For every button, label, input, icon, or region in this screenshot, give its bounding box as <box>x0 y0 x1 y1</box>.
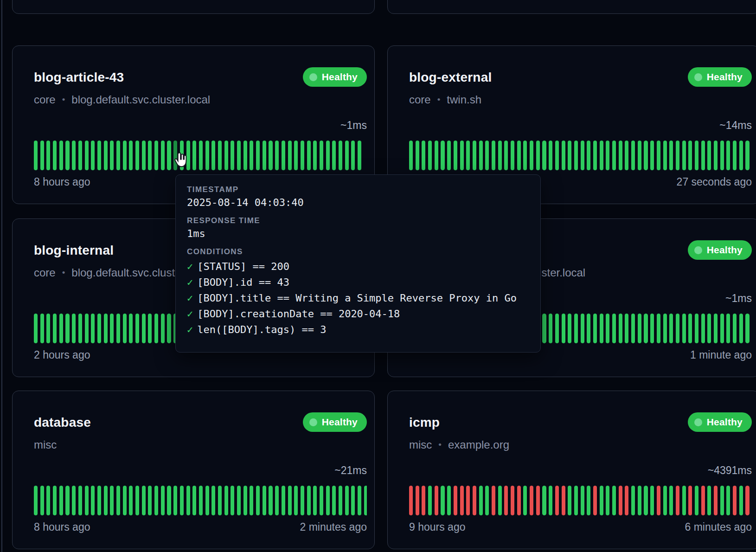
health-bar[interactable] <box>85 141 89 170</box>
health-bar[interactable] <box>600 314 603 343</box>
health-bar[interactable] <box>695 314 698 343</box>
health-bar[interactable] <box>313 141 317 170</box>
health-bar[interactable] <box>46 141 50 170</box>
health-bar[interactable] <box>173 486 177 515</box>
health-bar[interactable] <box>454 486 457 515</box>
health-bar[interactable] <box>625 141 628 170</box>
health-bar[interactable] <box>339 141 342 170</box>
health-bar[interactable] <box>714 141 718 170</box>
health-bar[interactable] <box>555 314 559 343</box>
health-bar[interactable] <box>669 141 673 170</box>
service-card[interactable]: databasemiscHealthy~21ms8 hours ago2 min… <box>12 391 375 549</box>
health-bar[interactable] <box>142 141 146 170</box>
health-bar[interactable] <box>473 141 476 170</box>
health-bar[interactable] <box>542 314 546 343</box>
health-bar[interactable] <box>473 486 476 515</box>
health-bar[interactable] <box>218 486 222 515</box>
health-bar[interactable] <box>733 141 737 170</box>
health-bar[interactable] <box>351 141 355 170</box>
health-bar[interactable] <box>104 486 108 515</box>
health-bar[interactable] <box>78 486 82 515</box>
health-bar[interactable] <box>275 486 279 515</box>
health-bar[interactable] <box>161 486 165 515</box>
health-bar[interactable] <box>313 486 317 515</box>
health-bar[interactable] <box>600 486 603 515</box>
health-bar[interactable] <box>91 141 95 170</box>
health-bar[interactable] <box>574 486 578 515</box>
health-bar[interactable] <box>530 141 533 170</box>
health-bar[interactable] <box>135 314 139 343</box>
health-bar[interactable] <box>631 314 635 343</box>
health-bar[interactable] <box>441 141 444 170</box>
health-bar[interactable] <box>428 141 432 170</box>
health-bar[interactable] <box>549 486 552 515</box>
health-bar[interactable] <box>707 314 711 343</box>
health-bar[interactable] <box>511 486 514 515</box>
health-bar[interactable] <box>587 486 590 515</box>
health-bar[interactable] <box>726 486 730 515</box>
health-bar[interactable] <box>536 141 540 170</box>
health-bar[interactable] <box>726 314 730 343</box>
health-bar[interactable] <box>587 314 590 343</box>
health-bar[interactable] <box>568 141 571 170</box>
health-bar[interactable] <box>619 486 622 515</box>
health-bar[interactable] <box>85 314 89 343</box>
health-bar[interactable] <box>269 486 272 515</box>
health-bar[interactable] <box>192 486 196 515</box>
health-bar[interactable] <box>504 141 508 170</box>
health-bar[interactable] <box>688 314 692 343</box>
health-bar[interactable] <box>676 486 679 515</box>
health-bar[interactable] <box>638 486 641 515</box>
health-bar[interactable] <box>326 486 330 515</box>
health-bar[interactable] <box>650 486 654 515</box>
health-bar[interactable] <box>269 141 272 170</box>
health-bar[interactable] <box>714 486 718 515</box>
health-bar[interactable] <box>154 486 158 515</box>
health-bar[interactable] <box>612 314 616 343</box>
health-bar[interactable] <box>568 314 571 343</box>
health-bar[interactable] <box>53 486 57 515</box>
health-bar[interactable] <box>606 141 609 170</box>
health-bar[interactable] <box>345 141 349 170</box>
health-bar[interactable] <box>435 141 438 170</box>
health-bar[interactable] <box>574 141 578 170</box>
health-bar[interactable] <box>447 141 451 170</box>
health-bar[interactable] <box>701 141 705 170</box>
health-bar[interactable] <box>638 314 641 343</box>
health-bar[interactable] <box>65 486 69 515</box>
health-bar[interactable] <box>650 141 654 170</box>
health-bar[interactable] <box>180 486 184 515</box>
health-bar[interactable] <box>104 141 108 170</box>
health-bar[interactable] <box>555 486 559 515</box>
health-bar[interactable] <box>422 486 425 515</box>
health-bar[interactable] <box>224 486 228 515</box>
health-bar[interactable] <box>612 141 616 170</box>
health-bar[interactable] <box>294 141 298 170</box>
health-bar[interactable] <box>422 141 425 170</box>
health-bar[interactable] <box>332 141 336 170</box>
health-bar[interactable] <box>492 486 495 515</box>
health-bar[interactable] <box>454 141 457 170</box>
health-bar[interactable] <box>97 141 101 170</box>
health-bar[interactable] <box>485 141 489 170</box>
health-bar[interactable] <box>720 314 724 343</box>
health-bar[interactable] <box>59 486 63 515</box>
health-bar[interactable] <box>745 141 749 170</box>
health-bar[interactable] <box>275 141 279 170</box>
health-bar[interactable] <box>688 486 692 515</box>
health-bar[interactable] <box>364 486 367 515</box>
health-bar[interactable] <box>351 486 355 515</box>
health-bar[interactable] <box>148 486 152 515</box>
health-bar[interactable] <box>536 486 540 515</box>
health-bar[interactable] <box>530 486 533 515</box>
health-bar[interactable] <box>726 141 730 170</box>
health-bar[interactable] <box>218 141 222 170</box>
health-bar[interactable] <box>574 314 578 343</box>
health-bar[interactable] <box>161 141 165 170</box>
partial-card-top-left[interactable] <box>12 0 375 14</box>
health-bar[interactable] <box>104 314 108 343</box>
health-bar[interactable] <box>53 141 57 170</box>
health-bar[interactable] <box>332 486 336 515</box>
health-bar[interactable] <box>97 314 101 343</box>
health-bar[interactable] <box>250 141 253 170</box>
